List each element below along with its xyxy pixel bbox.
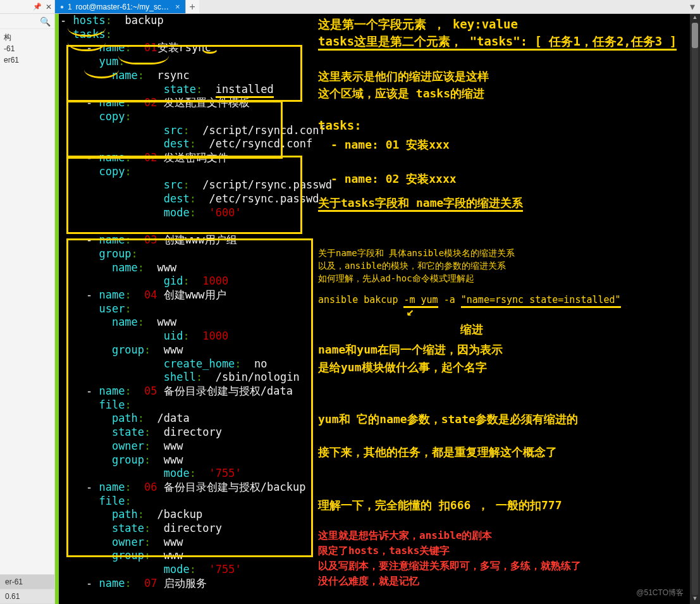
annotation-text: 没什么难度，就是记忆 (318, 574, 419, 588)
sidebar-bottom-tab[interactable]: er-61 (0, 575, 54, 589)
vertical-scrollbar[interactable]: ▲ ▼ (690, 14, 700, 604)
scroll-up-icon[interactable]: ▲ (690, 14, 700, 23)
search-icon: 🔍 (40, 16, 51, 27)
annotation-text: 这个区域，应该是 tasks的缩进 (318, 87, 484, 101)
annotation-text: 这里就是想告诉大家，ansible的剧本 (318, 529, 492, 543)
terminal[interactable]: - hosts: backup tasks: - name: 01安装rsync… (59, 14, 690, 604)
annotation-text: - name: 01 安装xxx (331, 138, 450, 152)
tab-close-icon[interactable]: × (175, 2, 180, 11)
scroll-down-icon[interactable]: ▼ (690, 595, 700, 604)
tree-item[interactable]: 构 (4, 32, 51, 43)
annotation-text: name和yum在同一个缩进，因为表示 (318, 343, 503, 357)
scrollbar-thumb[interactable] (692, 23, 698, 48)
annotation-text: 这里表示是他们的缩进应该是这样 (318, 70, 489, 83)
watermark: @51CTO博客 (636, 586, 684, 600)
annotation-text: 以及，ansible的模块，和它的参数的缩进关系 (318, 259, 506, 273)
annotation-text: 关于tasks字段和 name字段的缩进关系 (318, 196, 523, 210)
annotation-text: 接下来，其他的任务，都是重复理解这个概念了 (318, 445, 557, 459)
annotation-text: 如何理解，先从ad-hoc命令模式理解起 (318, 272, 474, 286)
annotation-text: 以及写剧本，要注意缩进关系即可，多写，多练，就熟练了 (318, 559, 581, 573)
annotation-text: 关于name字段和 具体ansible模块名的缩进关系 (318, 247, 515, 261)
app-root: 📌 ✕ 🔍 构 -61 er61 er-61 0.61 ● 1 root@mas… (0, 0, 700, 604)
sidebar-bottom-tab[interactable]: 0.61 (0, 589, 54, 604)
panel-search[interactable]: 🔍 (0, 14, 54, 29)
annotation-text: tasks这里是第二个元素， "tasks": [ 任务1，任务2,任务3 ] (318, 35, 677, 49)
panel-close-icon[interactable]: ✕ (46, 3, 52, 11)
pin-icon[interactable]: 📌 (33, 3, 42, 11)
annotation-curly: ⌣ (202, 44, 218, 58)
tab-title: root@master-61:~/my_sc… (76, 3, 169, 11)
terminal-tab[interactable]: ● 1 root@master-61:~/my_sc… × (55, 0, 185, 13)
annotation-text: 是给yum模块做什么事，起个名字 (318, 361, 487, 374)
scrollbar-track (692, 23, 698, 595)
tab-bar: ● 1 root@master-61:~/my_sc… × + ▾ (55, 0, 700, 14)
annotation-text: 限定了hosts，tasks关键字 (318, 544, 450, 558)
annotation-text: tasks: (318, 119, 362, 133)
tab-index: 1 (68, 3, 72, 11)
annotation-text: 这是第一个字段元素 ， key:value (318, 18, 518, 32)
left-panel: 📌 ✕ 🔍 构 -61 er61 er-61 0.61 (0, 0, 55, 604)
annotation-text: - name: 02 安装xxxx (331, 172, 457, 186)
sidebar-bottom-tabs: er-61 0.61 (0, 574, 54, 604)
annotation-arrow-icon: ↙ (407, 305, 414, 319)
tab-indicator-icon: ● (60, 3, 64, 10)
panel-titlebar: 📌 ✕ (0, 0, 54, 14)
annotation-command: ansible bakcup -m yum -a "name=rsync sta… (318, 293, 621, 307)
add-tab-button[interactable]: + (185, 0, 199, 13)
tree-item[interactable]: -61 (4, 43, 51, 54)
annotation-text: 缩进 (460, 323, 483, 336)
annotation-text: 理解一下，完全能懂的 扣666 ， 一般的扣777 (318, 498, 562, 512)
sidebar-tree: 构 -61 er61 (0, 29, 54, 68)
tree-item[interactable]: er61 (4, 54, 51, 66)
main-area: ● 1 root@master-61:~/my_sc… × + ▾ - host… (55, 0, 700, 604)
annotation-text: yum和 它的name参数，state参数是必须有缩进的 (318, 412, 578, 426)
terminal-wrap: - hosts: backup tasks: - name: 01安装rsync… (55, 14, 700, 604)
tab-menu-icon[interactable]: ▾ (685, 0, 700, 13)
